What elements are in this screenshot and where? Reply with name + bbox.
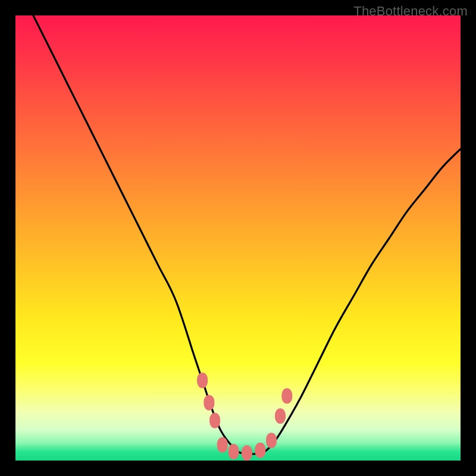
watermark-text: TheBottleneck.com	[353, 4, 468, 19]
curve-marker	[266, 433, 277, 448]
curve-marker	[255, 443, 265, 458]
curve-marker	[197, 372, 208, 388]
curve-marker	[209, 413, 220, 428]
curve-marker	[275, 408, 286, 424]
plot-area	[15, 15, 461, 461]
chart-frame: TheBottleneck.com	[0, 0, 476, 476]
curve-marker	[228, 444, 239, 459]
curve-marker	[203, 395, 214, 411]
bottleneck-curve	[33, 15, 461, 454]
curve-marker	[242, 445, 252, 461]
curve-marker	[217, 437, 228, 453]
curve-layer	[15, 15, 461, 461]
curve-marker	[281, 389, 292, 404]
